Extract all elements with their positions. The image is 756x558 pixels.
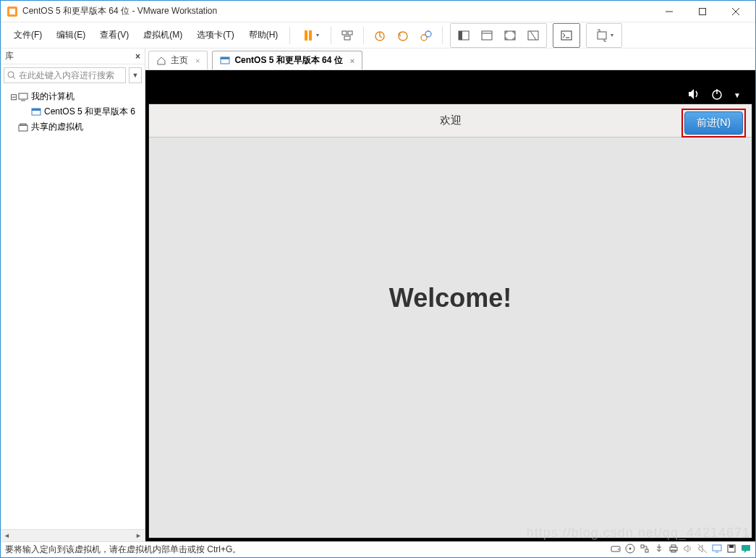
tab-vm-label: CentOS 5 和更早版本 64 位 (234, 54, 342, 67)
send-ctrl-alt-del-button[interactable] (337, 25, 357, 46)
display-status-icon[interactable] (712, 544, 722, 556)
view-unity-button[interactable] (523, 25, 543, 46)
library-sidebar: 库 × 在此处键入内容进行搜索 ▼ ⊟ 我的计算机 CentOS 5 和更早版本… (1, 48, 145, 541)
view-single-button[interactable] (454, 25, 474, 46)
menu-vm[interactable]: 虚拟机(M) (136, 26, 190, 44)
tab-vm[interactable]: CentOS 5 和更早版本 64 位 × (212, 51, 362, 69)
svg-point-38 (618, 549, 619, 550)
search-dropdown[interactable]: ▼ (129, 67, 142, 83)
guest-body: Welcome! (149, 138, 752, 538)
tabbar: 主页 × CentOS 5 和更早版本 64 位 × (145, 48, 755, 70)
svg-rect-27 (19, 93, 27, 99)
power-dropdown-icon[interactable]: ▼ (734, 91, 741, 99)
harddisk-icon[interactable] (611, 544, 621, 556)
power-icon[interactable] (710, 88, 723, 103)
sidebar-header: 库 × (1, 48, 145, 64)
guest-title: 欢迎 (440, 114, 462, 127)
status-message: 要将输入定向到该虚拟机，请在虚拟机内部单击或按 Ctrl+G。 (5, 544, 241, 556)
vm-icon (31, 107, 41, 117)
svg-rect-42 (645, 549, 648, 552)
scroll-right-icon[interactable]: ► (132, 530, 145, 542)
usb-icon[interactable] (654, 544, 664, 556)
search-placeholder: 在此处键入内容进行搜索 (19, 69, 114, 82)
svg-rect-17 (482, 31, 492, 40)
close-button[interactable] (719, 1, 752, 22)
revert-snapshot-button[interactable] (393, 25, 413, 46)
svg-rect-30 (32, 109, 41, 111)
svg-line-26 (13, 77, 15, 79)
volume-icon[interactable] (687, 88, 700, 103)
stretch-button[interactable]: ▾ (590, 25, 619, 46)
mic-status-icon[interactable] (697, 544, 708, 556)
next-button-highlight: 前进(N) (681, 109, 746, 138)
console-button[interactable] (556, 25, 577, 46)
tab-home-label: 主页 (171, 54, 188, 67)
view-fullscreen-button[interactable] (500, 25, 520, 46)
message-icon[interactable] (741, 544, 751, 556)
svg-point-25 (8, 72, 14, 77)
network-icon[interactable] (640, 544, 650, 556)
cd-icon[interactable] (625, 544, 635, 556)
svg-rect-24 (598, 32, 606, 39)
tab-close-icon[interactable]: × (350, 56, 354, 65)
tree-label-shared: 共享的虚拟机 (31, 121, 83, 133)
next-button[interactable]: 前进(N) (684, 111, 743, 135)
search-input[interactable]: 在此处键入内容进行搜索 (4, 67, 126, 83)
guest-window: 欢迎 前进(N) Welcome! (148, 103, 752, 538)
maximize-button[interactable] (686, 1, 719, 22)
sidebar-hscroll[interactable]: ◄ ► (1, 529, 145, 541)
menu-edit[interactable]: 编辑(E) (49, 26, 93, 44)
shared-icon (18, 122, 28, 132)
scroll-left-icon[interactable]: ◄ (1, 530, 13, 542)
svg-rect-44 (671, 545, 676, 547)
console-button-group (553, 23, 580, 48)
svg-rect-47 (713, 545, 721, 551)
guest-header: 欢迎 前进(N) (149, 104, 752, 138)
svg-rect-32 (20, 124, 26, 125)
sidebar-close-icon[interactable]: × (135, 51, 140, 62)
printer-icon[interactable] (668, 544, 679, 556)
snapshot-button[interactable] (370, 25, 390, 46)
titlebar: CentOS 5 和更早版本 64 位 - VMware Workstation (1, 1, 755, 22)
svg-rect-31 (19, 125, 27, 131)
menu-file[interactable]: 文件(F) (7, 26, 49, 44)
svg-rect-6 (305, 30, 307, 41)
vm-overlay-controls: ▼ (687, 88, 741, 103)
svg-rect-1 (9, 9, 15, 14)
svg-point-14 (425, 31, 431, 37)
svg-rect-22 (561, 31, 572, 40)
pause-button[interactable]: ▾ (296, 25, 325, 46)
menu-tabs[interactable]: 选项卡(T) (190, 26, 241, 44)
stretch-group: ▾ (586, 23, 622, 48)
svg-point-40 (629, 548, 632, 550)
svg-rect-9 (348, 31, 352, 35)
menu-view[interactable]: 查看(V) (93, 26, 136, 44)
library-tree: ⊟ 我的计算机 CentOS 5 和更早版本 6 共享的虚拟机 (1, 86, 145, 529)
svg-rect-10 (344, 36, 350, 40)
sound-status-icon[interactable] (683, 544, 693, 556)
svg-rect-8 (342, 31, 347, 35)
vm-tab-icon (220, 56, 230, 66)
snapshot-manager-button[interactable] (416, 25, 436, 46)
floppy-status-icon[interactable] (726, 544, 736, 556)
search-icon (7, 71, 16, 80)
minimize-button[interactable] (653, 1, 686, 22)
menu-help[interactable]: 帮助(H) (242, 26, 286, 44)
tree-my-computer[interactable]: ⊟ 我的计算机 (1, 89, 145, 104)
svg-rect-50 (729, 545, 734, 548)
svg-rect-51 (742, 545, 750, 551)
vm-display[interactable]: ▼ 欢迎 前进(N) Welcome! (145, 70, 755, 541)
sidebar-title: 库 (5, 50, 14, 62)
tree-vm-centos[interactable]: CentOS 5 和更早版本 6 (1, 104, 145, 119)
home-icon (156, 56, 166, 66)
tree-label-vm1: CentOS 5 和更早版本 6 (44, 106, 135, 118)
tab-home[interactable]: 主页 × (148, 51, 208, 69)
svg-rect-19 (505, 31, 515, 40)
app-icon (7, 6, 18, 17)
tree-shared-vms[interactable]: 共享的虚拟机 (1, 119, 145, 135)
tab-close-icon[interactable]: × (195, 56, 200, 65)
view-tabs-button[interactable] (477, 25, 497, 46)
svg-rect-3 (700, 8, 706, 14)
svg-line-21 (530, 31, 536, 40)
svg-rect-16 (459, 31, 462, 40)
